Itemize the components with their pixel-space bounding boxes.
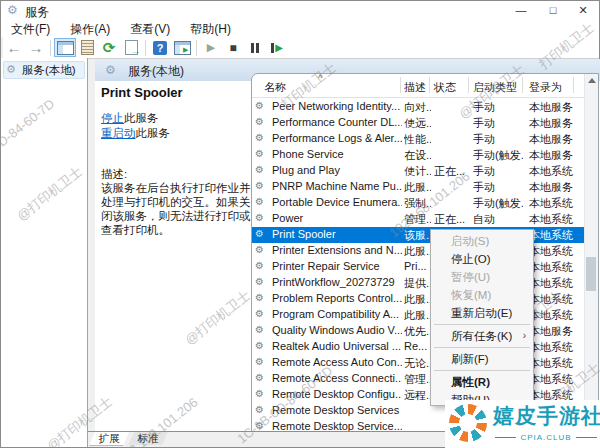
cell-name: Phone Service [272, 148, 402, 160]
pause-service-icon[interactable] [244, 38, 266, 57]
service-gear-icon: ⚙ [255, 100, 264, 111]
table-row[interactable]: ⚙Plug and Play使计...正在...手动本地系统 [252, 163, 585, 179]
cell-name: Peer Networking Identity... [272, 100, 402, 112]
menu-item-1[interactable]: 操作(A) [60, 19, 120, 38]
table-row[interactable]: ⚙Print Spooler该服...正在...自动本地系统 [252, 227, 585, 243]
column-header-3[interactable]: 启动类型 [473, 80, 517, 95]
context-menu-item-3: 恢复(M) [431, 286, 533, 304]
service-gear-icon: ⚙ [255, 180, 264, 191]
stop-service-icon[interactable]: ■ [222, 38, 244, 57]
properties-icon [81, 40, 94, 55]
back-icon[interactable]: ← [3, 38, 25, 57]
context-menu-item-4[interactable]: 重新启动(E) [431, 304, 533, 322]
cell-logon-as: 本地系统 [529, 292, 579, 307]
pane-header-label: 服务(本地) [128, 63, 184, 80]
cell-name: Remote Desktop Configu... [272, 388, 402, 400]
restart-service-icon: ▶ [271, 43, 283, 53]
table-row[interactable]: ⚙Phone Service在设...手动(触发...本地服务 [252, 147, 585, 163]
tree-item-services-local[interactable]: ⚙ 服务(本地) [3, 61, 85, 79]
services-gear-icon: ⚙ [6, 63, 16, 76]
table-row[interactable]: ⚙PNRP Machine Name Pu...此服...手动本地服务 [252, 179, 585, 195]
cell-status: 正在... [434, 164, 470, 179]
cell-description: 此服... [404, 292, 431, 307]
cell-logon-as: 本地系统 [529, 372, 579, 387]
table-row[interactable]: ⚙PrintWorkflow_20273729提供...本地系统 [252, 275, 585, 291]
logo-title: 嬉皮手游社 [493, 402, 600, 430]
column-header-1[interactable]: 描述 [404, 80, 426, 95]
cell-name: Remote Desktop Services [272, 404, 402, 416]
forward-icon[interactable]: → [25, 38, 47, 57]
service-gear-icon: ⚙ [255, 212, 264, 223]
service-gear-icon: ⚙ [255, 340, 264, 351]
list-header: ^ 名称描述状态启动类型登录为 [252, 74, 598, 98]
cell-name: Remote Access Auto Con... [272, 356, 402, 368]
table-row[interactable]: ⚙Remote Access Connecti...管理...本地系统 [252, 371, 585, 387]
cell-startup-type: 手动 [473, 132, 523, 147]
standard-view-icon[interactable]: ▶ [171, 38, 193, 57]
context-menu-item-2: 暂停(U) [431, 268, 533, 286]
stop-service-icon: ■ [229, 42, 236, 54]
menu-item-2[interactable]: 查看(V) [120, 19, 180, 38]
context-menu-item-1[interactable]: 停止(O) [431, 250, 533, 268]
start-service-icon[interactable]: ▶ [200, 38, 222, 57]
table-row[interactable]: ⚙Realtek Audio Universal ...Re...本地系统 [252, 339, 585, 355]
minimize-button[interactable]: — [505, 1, 537, 19]
cell-description: 远程... [404, 388, 431, 403]
service-gear-icon: ⚙ [255, 292, 264, 303]
vertical-scrollbar[interactable] [584, 74, 598, 433]
service-gear-icon: ⚙ [255, 404, 264, 415]
table-row[interactable]: ⚙Remote Access Auto Con...无论...本地系统 [252, 355, 585, 371]
cell-description: Pri... [404, 260, 431, 272]
cell-name: Problem Reports Control... [272, 292, 402, 304]
column-header-0[interactable]: 名称 [264, 80, 286, 95]
link-suffix: 此服务 [124, 112, 159, 124]
refresh-icon[interactable]: ⟳ [98, 38, 120, 57]
cell-startup-type: 手动(触发... [473, 196, 523, 211]
service-gear-icon: ⚙ [255, 276, 264, 287]
maximize-button[interactable]: □ [537, 1, 569, 19]
menu-item-0[interactable]: 文件(F) [1, 19, 60, 38]
table-row[interactable]: ⚙Portable Device Enumera...强制...手动(触发...… [252, 195, 585, 211]
cell-name: Performance Counter DL... [272, 116, 402, 128]
column-header-4[interactable]: 登录为 [529, 80, 562, 95]
view-tab-extended[interactable]: 扩展 [89, 432, 129, 446]
table-row[interactable]: ⚙Printer Extensions and N...此服...本地系统 [252, 243, 585, 259]
help-icon[interactable]: ? [149, 38, 171, 57]
service-gear-icon: ⚙ [255, 388, 264, 399]
table-row[interactable]: ⚙Performance Logs & Aler...性能...手动本地服务 [252, 131, 585, 147]
context-menu-item-6[interactable]: 所有任务(K)› [431, 327, 533, 345]
cell-description: 使远... [404, 116, 431, 131]
table-row[interactable]: ⚙Printer Repair ServicePri...本地系统 [252, 259, 585, 275]
table-row[interactable]: ⚙Program Compatibility A...此服...本地系统 [252, 307, 585, 323]
cell-startup-type: 手动 [473, 100, 523, 115]
table-row[interactable]: ⚙Performance Counter DL...使远...手动本地服务 [252, 115, 585, 131]
cell-logon-as: 本地服务 [529, 180, 579, 195]
close-button[interactable]: ✕ [567, 1, 599, 19]
table-row[interactable]: ⚙Problem Reports Control...此服...本地系统 [252, 291, 585, 307]
cell-description: 优先... [404, 324, 431, 339]
console-tree-icon[interactable] [54, 38, 76, 57]
column-header-2[interactable]: 状态 [434, 80, 456, 95]
service-gear-icon: ⚙ [255, 196, 264, 207]
context-menu-item-10[interactable]: 属性(R) [431, 373, 533, 391]
scrollbar-thumb[interactable] [586, 257, 596, 291]
export-list-icon[interactable]: → [120, 38, 142, 57]
cell-description: 提供... [404, 276, 431, 291]
properties-icon[interactable] [76, 38, 98, 57]
stop-service-link[interactable]: 停止 [101, 112, 124, 124]
cell-name: Quality Windows Audio V... [272, 324, 402, 336]
cell-logon-as: 本地系统 [529, 276, 579, 291]
cell-logon-as: 本地系统 [529, 308, 579, 323]
table-row[interactable]: ⚙Peer Networking Identity...向对...手动本地服务 [252, 99, 585, 115]
scroll-up-icon[interactable] [585, 74, 598, 87]
service-gear-icon: ⚙ [255, 356, 264, 367]
restart-service-icon[interactable]: ▶ [266, 38, 288, 57]
menu-item-3[interactable]: 帮助(H) [180, 19, 241, 38]
table-row[interactable]: ⚙Power管理...正在...自动本地系统 [252, 211, 585, 227]
context-menu-item-8[interactable]: 刷新(F) [431, 350, 533, 368]
cell-description: 强制... [404, 196, 431, 211]
table-row[interactable]: ⚙Quality Windows Audio V...优先...本地服务 [252, 323, 585, 339]
logo-subtitle: CPIA.CLUB [495, 433, 597, 442]
restart-service-link[interactable]: 重启动 [101, 127, 136, 139]
view-tab-standard[interactable]: 标准 [128, 432, 168, 445]
